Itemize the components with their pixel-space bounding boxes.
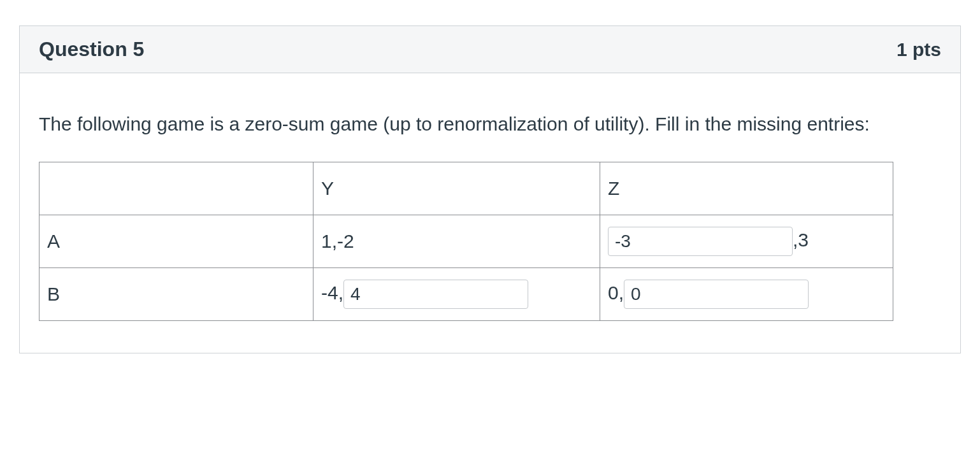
table-header-row: Y Z bbox=[40, 162, 893, 215]
question-body: The following game is a zero-sum game (u… bbox=[20, 73, 960, 353]
column-header-y: Y bbox=[313, 162, 600, 215]
row-header-a: A bbox=[40, 215, 313, 268]
column-header-z: Z bbox=[600, 162, 893, 215]
cell-a-y: 1,-2 bbox=[313, 215, 600, 268]
cell-b-y-prefix: -4, bbox=[321, 282, 343, 303]
answer-input-a-z[interactable] bbox=[608, 227, 793, 256]
answer-input-b-y[interactable] bbox=[343, 280, 528, 309]
cell-b-z-prefix: 0, bbox=[608, 282, 624, 303]
cell-a-z: ,3 bbox=[600, 215, 893, 268]
question-prompt: The following game is a zero-sum game (u… bbox=[39, 111, 941, 136]
question-header: Question 5 1 pts bbox=[20, 26, 960, 73]
cell-b-y: -4, bbox=[313, 268, 600, 321]
table-row: B -4, 0, bbox=[40, 268, 893, 321]
payoff-table: Y Z A 1,-2 ,3 B -4, 0, bbox=[39, 162, 893, 321]
question-card: Question 5 1 pts The following game is a… bbox=[19, 25, 961, 353]
question-title: Question 5 bbox=[39, 38, 144, 61]
row-header-b: B bbox=[40, 268, 313, 321]
table-row: A 1,-2 ,3 bbox=[40, 215, 893, 268]
question-points: 1 pts bbox=[897, 39, 941, 61]
cell-a-z-suffix: ,3 bbox=[793, 229, 809, 250]
answer-input-b-z[interactable] bbox=[624, 280, 809, 309]
cell-b-z: 0, bbox=[600, 268, 893, 321]
table-corner-cell bbox=[40, 162, 313, 215]
